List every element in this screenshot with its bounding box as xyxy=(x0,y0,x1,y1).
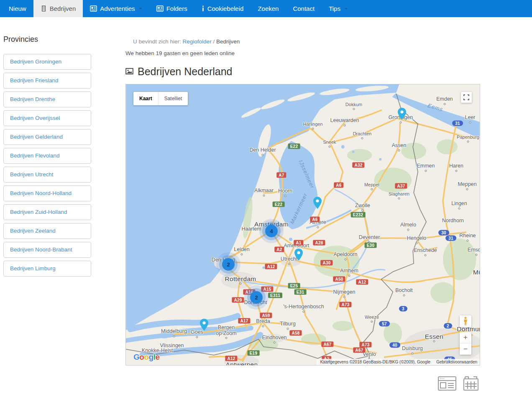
map-city-label-antwerpen: Antwerpen xyxy=(226,361,258,366)
map-city-dot xyxy=(241,254,243,256)
google-logo[interactable]: Google xyxy=(133,353,159,362)
road-shield-31: 31 xyxy=(445,236,456,241)
road-shield-e31: E31 xyxy=(294,289,307,295)
sidebar-heading: Provincies xyxy=(3,35,93,44)
nav-item-label: Nieuw xyxy=(9,5,26,12)
map-city-dot xyxy=(263,195,265,197)
sidebar-item-bedrijven-friesland[interactable]: Bedrijven Friesland xyxy=(3,73,91,89)
nav-item-label: Contact xyxy=(293,5,315,12)
road-shield-a1: A1 xyxy=(294,240,303,246)
sidebar-item-bedrijven-gelderland[interactable]: Bedrijven Gelderland xyxy=(3,129,91,145)
sidebar-item-bedrijven-groningen[interactable]: Bedrijven Groningen xyxy=(3,54,91,70)
road-shield-a50: A50 xyxy=(333,277,345,282)
nav-item-contact[interactable]: Contact xyxy=(286,0,322,17)
map-city-dot xyxy=(371,321,373,323)
map-city-label-bocholt: Bocholt xyxy=(395,288,413,294)
sidebar-item-bedrijven-noord-holland[interactable]: Bedrijven Noord-Holland xyxy=(3,185,91,201)
map-labels-overlay: DokkumEmdenLeerGroningenLeeuwardenHarlin… xyxy=(126,84,480,365)
sidebar-item-bedrijven-flevoland[interactable]: Bedrijven Flevoland xyxy=(3,148,91,164)
map-city-dot xyxy=(225,337,228,339)
map-city-label-papenburg: Papenburg xyxy=(457,135,479,140)
map-city-dot xyxy=(476,254,478,256)
road-shield-a59: A59 xyxy=(260,313,272,318)
road-shield-e30: E30 xyxy=(365,243,377,248)
map-city-dot xyxy=(287,328,289,330)
road-shield-a29: A29 xyxy=(232,297,244,303)
map-city-dot xyxy=(329,146,331,148)
breadcrumb-link-regiofolder[interactable]: Regiofolder xyxy=(183,38,212,45)
sidebar-item-bedrijven-noord-brabant[interactable]: Bedrijven Noord-Brabant xyxy=(3,242,91,258)
breadcrumb-current: Bedrijven xyxy=(216,38,240,45)
map-city-dot xyxy=(262,154,264,156)
map-city-dot xyxy=(469,122,471,124)
sidebar-provinces: Provincies Bedrijven GroningenBedrijven … xyxy=(3,35,93,279)
caret-down-icon xyxy=(344,8,348,10)
sidebar-item-bedrijven-zuid-holland[interactable]: Bedrijven Zuid-Holland xyxy=(3,204,91,220)
sidebar-item-bedrijven-utrecht[interactable]: Bedrijven Utrecht xyxy=(3,167,91,183)
map-type-kaart-button[interactable]: Kaart xyxy=(133,92,159,105)
nav-item-folders[interactable]: Folders xyxy=(149,0,194,17)
sidebar-item-bedrijven-limburg[interactable]: Bedrijven Limburg xyxy=(3,261,91,277)
sidebar-item-bedrijven-overijssel[interactable]: Bedrijven Overijssel xyxy=(3,110,91,126)
nav-item-bedrijven[interactable]: Bedrijven xyxy=(33,0,83,17)
calendar-grid-icon[interactable] xyxy=(463,375,479,393)
attribution-text: Kaartgegevens ©2018 GeoBasis-DE/BKG (©20… xyxy=(320,360,430,364)
building-icon xyxy=(41,5,47,12)
map-city-dot xyxy=(362,210,364,212)
map-cluster-dordrecht[interactable]: 2 xyxy=(250,291,263,304)
zoom-control: + − xyxy=(460,332,471,355)
road-shield-a12: A12 xyxy=(265,264,277,269)
map-cluster-amsterdam[interactable]: 4 xyxy=(265,225,278,237)
map-city-label-almelo: Almelo xyxy=(400,222,416,228)
map-pin-goes[interactable] xyxy=(200,319,209,331)
nav-item-nieuw[interactable]: Nieuw xyxy=(2,0,33,17)
breadcrumb-prefix: U bevindt zich hier: xyxy=(133,38,181,45)
map-pin-lelystad[interactable] xyxy=(313,197,322,209)
zoom-out-button[interactable]: − xyxy=(460,343,471,355)
map-city-label-dokkum: Dokkum xyxy=(345,102,362,107)
caret-down-icon xyxy=(139,8,142,10)
pegman-icon[interactable] xyxy=(460,315,471,327)
sidebar-item-bedrijven-zeeland[interactable]: Bedrijven Zeeland xyxy=(3,223,91,239)
page-title-text: Bedrijven Nederland xyxy=(138,66,233,78)
google-logo-letter: e xyxy=(155,353,159,361)
map-city-label-emmen: Emmen xyxy=(417,163,435,169)
road-shield-a7: A7 xyxy=(276,173,286,178)
map-city-dot xyxy=(403,294,405,297)
road-shield-a12: A12 xyxy=(225,356,237,361)
map-city-label-rotterdam: Rotterdam xyxy=(225,275,256,282)
nav-item-advertenties[interactable]: Advertenties xyxy=(83,0,149,17)
map-city-label-leiden: Leiden xyxy=(234,247,250,253)
road-shield-e232: E232 xyxy=(351,212,366,218)
map-city-dot xyxy=(303,311,305,313)
nav-item-zoeken[interactable]: Zoeken xyxy=(251,0,286,17)
water-label-eems: Eems xyxy=(427,102,444,113)
road-shield-a6: A6 xyxy=(334,183,343,188)
map-city-label-drachten: Drachten xyxy=(353,131,372,136)
zoom-in-button[interactable]: + xyxy=(460,332,471,343)
road-shield-a32: A32 xyxy=(352,162,364,168)
map-cluster-den-haag[interactable]: 2 xyxy=(222,258,235,271)
map-pin-amersfoort[interactable] xyxy=(294,249,303,261)
map-city-label-nijmegen: Nijmegen xyxy=(333,289,356,295)
road-shield-a12: A12 xyxy=(356,279,368,285)
road-shield-e22: E22 xyxy=(273,202,285,207)
map-city-dot xyxy=(398,198,400,200)
road-shield-e19: E19 xyxy=(248,350,260,356)
map-type-satelliet-button[interactable]: Satelliet xyxy=(159,92,188,105)
map-city-dot xyxy=(353,108,355,110)
google-map-canvas[interactable]: DokkumEmdenLeerGroningenLeeuwardenHarlin… xyxy=(125,84,480,366)
road-shield-a67: A67 xyxy=(353,348,365,353)
fullscreen-icon[interactable] xyxy=(461,92,472,103)
sidebar-item-bedrijven-drenthe[interactable]: Bedrijven Drenthe xyxy=(3,91,91,107)
terms-link[interactable]: Gebruiksvoorwaarden xyxy=(436,360,477,364)
map-city-dot xyxy=(433,340,435,343)
nav-item-tips[interactable]: Tips xyxy=(322,0,355,17)
nav-item-label: Folders xyxy=(166,5,187,12)
map-pin-groningen[interactable] xyxy=(397,108,407,120)
water-label-markermeer: Markermeer xyxy=(289,192,308,225)
road-shield-a73: A73 xyxy=(359,342,371,348)
map-city-label-rheine: Rheine xyxy=(459,233,476,239)
article-layout-icon[interactable] xyxy=(437,375,457,393)
nav-item-cookiebeleid[interactable]: Cookiebeleid xyxy=(194,0,251,17)
